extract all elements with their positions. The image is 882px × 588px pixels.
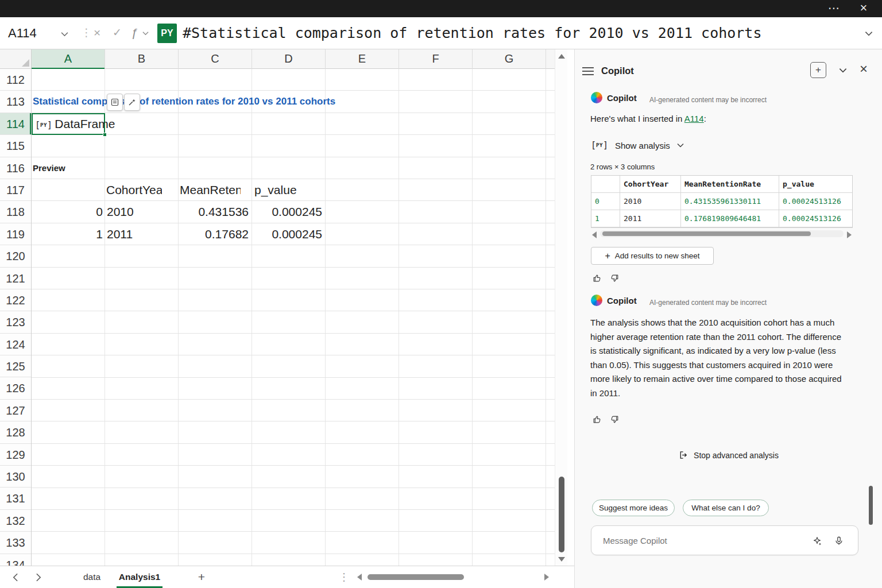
sparkle-icon[interactable] [812,536,822,546]
row-header-114[interactable]: 114 [0,113,31,135]
cell-b119[interactable]: 2011 [107,223,133,245]
cell-d117-header[interactable]: p_value [254,179,323,201]
copilot-logo-icon [591,295,602,306]
panel-close-icon[interactable]: × [860,61,868,77]
insert-function-icon[interactable]: ƒ [131,17,138,48]
add-sheet-button[interactable]: + [192,566,211,588]
scroll-down-icon[interactable] [558,557,565,562]
next-sheet-icon[interactable] [36,573,41,582]
copilot-message-input[interactable] [603,526,810,555]
copilot-panel: Copilot + × Copilot AI-generated content… [574,49,882,588]
prev-sheet-icon[interactable] [13,573,18,582]
horizontal-scroll-thumb[interactable] [368,574,464,580]
row-header-129[interactable]: 129 [0,444,31,466]
row-header-124[interactable]: 124 [0,334,31,355]
thumbs-up-icon[interactable] [592,415,602,424]
row-header-115[interactable]: 115 [0,135,31,157]
table-scroll-left-icon[interactable] [592,231,597,238]
cell-a113-title[interactable]: Statistical comparison of retention rate… [33,91,335,113]
select-all-corner[interactable] [0,49,32,69]
stop-advanced-analysis-button[interactable]: Stop advanced analysis [679,450,779,460]
cell-c117-header[interactable]: MeanRetentionRate [180,179,241,201]
add-results-button[interactable]: + Add results to new sheet [591,247,714,265]
formula-input[interactable]: #Statistical comparison of retention rat… [183,17,761,49]
enter-icon[interactable]: ✓ [113,17,122,48]
row-header-122[interactable]: 122 [0,289,31,311]
function-chevron-icon[interactable] [142,31,149,36]
cancel-icon[interactable]: × [94,17,100,48]
what-else-pill[interactable]: What else can I do? [683,500,769,516]
table-scroll-track[interactable] [600,230,844,237]
result-table-header-cell: CohortYear [620,176,681,193]
result-table-cell: 0.00024513126 [779,193,853,210]
message-author: Copilot [607,296,637,305]
more-options-icon[interactable]: ⋯ [822,0,845,17]
cell-c118[interactable]: 0.431536 [179,201,249,223]
panel-collapse-chevron-icon[interactable] [839,68,847,73]
row-header-126[interactable]: 126 [0,377,31,399]
suggest-more-ideas-pill[interactable]: Suggest more ideas [592,500,675,516]
cell-d118[interactable]: 0.000245 [252,201,322,223]
show-analysis-toggle[interactable]: [PY] Show analysis [591,140,684,150]
cell-a116-preview-label[interactable]: Preview [33,157,65,179]
row-header-125[interactable]: 125 [0,355,31,377]
row-header-121[interactable]: 121 [0,268,31,289]
row-header-132[interactable]: 132 [0,510,31,532]
row-header-127[interactable]: 127 [0,400,31,421]
table-scroll-thumb[interactable] [602,231,811,236]
insert-card-button[interactable] [107,94,123,111]
sheet-tab-analysis1[interactable]: Analysis1 [117,566,163,588]
thumbs-up-icon[interactable] [592,273,602,283]
hamburger-menu-icon[interactable] [582,67,594,76]
column-header-C[interactable]: C [179,49,252,69]
cell-b118[interactable]: 2010 [107,201,134,223]
row-header-133[interactable]: 133 [0,532,31,554]
panel-scroll-thumb[interactable] [869,486,873,525]
formula-bar-expand-icon[interactable] [865,31,873,36]
column-header-E[interactable]: E [326,49,399,69]
analyze-button[interactable] [124,94,140,111]
cell-reference-link[interactable]: A114 [684,114,704,123]
row-header-119[interactable]: 119 [0,223,31,245]
grid-vertical-scrollbar[interactable] [555,49,567,566]
table-scroll-right-icon[interactable] [847,231,852,238]
column-header-G[interactable]: G [473,49,546,69]
hscroll-left-icon[interactable] [357,574,362,581]
row-header-120[interactable]: 120 [0,245,31,267]
scroll-up-icon[interactable] [558,54,565,59]
row-header-118[interactable]: 118 [0,201,31,223]
row-header-128[interactable]: 128 [0,421,31,443]
row-header-116[interactable]: 116 [0,157,31,179]
sheet-tab-data[interactable]: data [72,566,112,588]
row-header-117[interactable]: 117 [0,179,31,201]
row-header-112[interactable]: 112 [0,69,31,91]
cell-a118[interactable]: 0 [32,201,103,223]
hscroll-right-icon[interactable] [544,574,549,581]
spreadsheet-grid[interactable]: Statistical comparison of retention rate… [32,69,555,566]
row-header-123[interactable]: 123 [0,311,31,333]
fill-handle[interactable] [103,133,107,137]
cell-a119[interactable]: 1 [32,223,103,245]
column-header-F[interactable]: F [399,49,473,69]
thumbs-down-icon[interactable] [610,415,620,424]
row-header-113[interactable]: 113 [0,91,31,113]
new-chat-icon[interactable]: + [810,62,826,78]
chevron-down-icon[interactable] [61,32,68,37]
cell-d119[interactable]: 0.000245 [252,223,322,245]
cell-b117-header[interactable]: CohortYear [106,179,162,201]
row-header-130[interactable]: 130 [0,466,31,488]
column-header-B[interactable]: B [105,49,179,69]
microphone-icon[interactable] [834,536,844,546]
cell-c119[interactable]: 0.17682 [179,223,249,245]
python-icon: [PY] [591,140,608,150]
window-close-icon[interactable]: × [852,0,875,17]
thumbs-down-icon[interactable] [610,273,620,283]
column-header-D[interactable]: D [252,49,326,69]
exit-icon [679,450,688,460]
column-header-A[interactable]: A [32,49,105,69]
row-header-134[interactable]: 134 [0,554,31,566]
selected-cell-a114[interactable]: [PY] DataFrame [32,113,105,135]
row-header-131[interactable]: 131 [0,488,31,509]
name-box[interactable]: A114 [0,17,76,49]
vertical-scroll-thumb[interactable] [559,477,564,552]
